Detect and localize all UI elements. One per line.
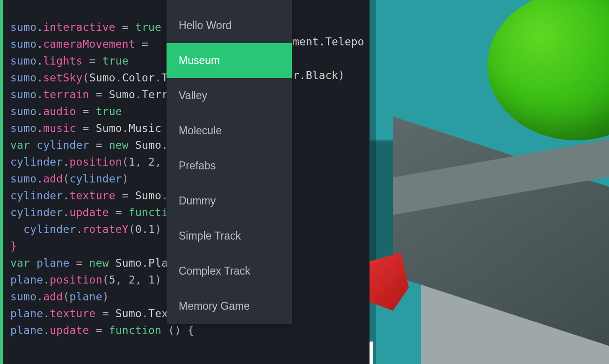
viewport-cursor-bar: [370, 342, 373, 364]
code-token-var: sumo: [10, 88, 36, 101]
code-token-type: Sumo: [135, 189, 161, 202]
dropdown-item-valley[interactable]: Valley: [167, 78, 292, 113]
code-token-type: Color: [122, 72, 155, 84]
dropdown-item-prefabs[interactable]: Prefabs: [167, 148, 292, 183]
code-token-var: cylinder: [36, 139, 89, 151]
code-token-num: 1: [129, 156, 135, 168]
code-token-kw: var: [10, 139, 36, 151]
code-token-prop: position: [69, 156, 122, 168]
code-token-var: sumo: [10, 105, 36, 117]
code-token-kw: function: [109, 324, 161, 336]
dropdown-item-hello-word[interactable]: Hello Word: [167, 8, 292, 43]
code-token-var: plane: [36, 257, 69, 269]
code-token-punc: .: [43, 274, 50, 286]
code-token-var: cylinder: [10, 156, 63, 168]
code-token-punc: ): [155, 223, 161, 235]
code-token-prop: interactive: [43, 21, 116, 33]
code-token-type: Pla: [148, 257, 168, 269]
code-token-var: cylinder: [10, 206, 63, 218]
code-token-punc: (: [63, 291, 69, 303]
code-token-prop: update: [69, 206, 109, 218]
code-token-punc: .: [63, 156, 69, 168]
code-token-punc: (: [102, 274, 109, 286]
code-token-punc: .: [135, 88, 142, 101]
code-token-punc: .: [36, 21, 43, 33]
code-token-punc: .: [36, 38, 43, 50]
code-token-prop: add: [43, 173, 63, 185]
code-token-kw: new: [109, 139, 135, 151]
code-token-prop: texture: [69, 189, 115, 202]
code-token-eq: =: [76, 122, 96, 134]
code-token-punc: (: [122, 156, 129, 168]
code-token-eq: =: [116, 189, 135, 202]
code-token-prop: rotateY: [83, 223, 129, 235]
code-token-punc: .: [43, 324, 50, 336]
code-token-prop: update: [50, 324, 89, 336]
code-token-str: [10, 223, 23, 235]
code-token-punc: (: [129, 223, 135, 235]
code-token-eq: =: [69, 257, 89, 269]
code-token-prop: cameraMovement: [43, 38, 135, 50]
code-token-var: cylinder: [10, 189, 63, 202]
code-token-num: 5: [109, 274, 116, 286]
code-token-type: Sumo: [89, 72, 116, 84]
dropdown-item-dummy[interactable]: Dummy: [167, 183, 292, 218]
code-token-num: 2: [148, 156, 155, 168]
code-editor-panel: sumo.interactive = truesumo.cameraMoveme…: [0, 0, 370, 364]
code-token-prop: lights: [43, 55, 82, 67]
3d-viewport[interactable]: [370, 0, 609, 364]
code-token-eq: =: [83, 55, 102, 67]
code-token-prop: setSky: [43, 72, 82, 84]
code-token-eq: =: [96, 307, 116, 320]
code-token-kw: var: [10, 257, 36, 269]
code-token-punc: .: [36, 105, 43, 117]
code-token-eq: =: [116, 21, 135, 33]
code-token-eq: =: [135, 38, 155, 50]
code-token-type: Sumo: [116, 257, 142, 269]
code-token-var: cylinder: [69, 173, 122, 185]
code-token-num: 1: [148, 274, 155, 286]
code-line[interactable]: plane.update = function () {: [10, 322, 194, 339]
code-token-punc: .: [76, 223, 83, 235]
project-template-dropdown[interactable]: Empty ProjectHello WordMuseumValleyMolec…: [167, 0, 292, 324]
code-token-str: () {: [161, 324, 194, 336]
dropdown-item-memory-game[interactable]: Memory Game: [167, 289, 292, 324]
code-token-punc: ): [122, 173, 129, 185]
code-token-punc: ,: [116, 274, 129, 286]
code-token-punc: .: [122, 122, 129, 134]
dropdown-item-simple-track[interactable]: Simple Track: [167, 218, 292, 254]
code-token-prop: audio: [43, 105, 76, 117]
code-token-var: cylinder: [23, 223, 76, 235]
code-token-brace: }: [10, 240, 17, 252]
code-token-type: Sumo: [96, 122, 122, 134]
code-token-eq: =: [109, 206, 129, 218]
code-token-punc: ): [102, 291, 109, 303]
code-token-type: Sumo: [135, 139, 161, 151]
code-token-bool: true: [135, 21, 161, 33]
code-token-eq: =: [89, 139, 109, 151]
code-token-prop: music: [43, 122, 76, 134]
code-token-punc: .: [43, 307, 50, 320]
dropdown-item-museum[interactable]: Museum: [167, 43, 292, 78]
gutter-highlight: [0, 0, 3, 364]
code-token-prop: position: [50, 274, 102, 286]
code-fragment: ment.Telepo: [293, 36, 364, 48]
code-token-eq: =: [89, 324, 109, 336]
dropdown-item-molecule[interactable]: Molecule: [167, 113, 292, 148]
code-token-prop: terrain: [43, 88, 89, 101]
code-token-punc: .: [142, 257, 148, 269]
code-token-var: sumo: [10, 72, 36, 84]
dropdown-item-empty-project[interactable]: Empty Project: [167, 0, 292, 8]
code-token-punc: .: [142, 307, 148, 320]
code-token-num: 2: [129, 274, 135, 286]
code-token-punc: (: [63, 173, 69, 185]
dropdown-item-complex-track[interactable]: Complex Track: [167, 254, 292, 289]
code-token-prop: texture: [50, 307, 95, 320]
code-token-type: Sumo: [116, 307, 142, 320]
code-token-eq: =: [76, 105, 96, 117]
code-token-punc: (: [83, 72, 89, 84]
code-token-var: plane: [10, 274, 43, 286]
green-sphere: [487, 0, 609, 140]
code-token-prop: add: [43, 291, 63, 303]
code-token-punc: ,: [135, 156, 148, 168]
